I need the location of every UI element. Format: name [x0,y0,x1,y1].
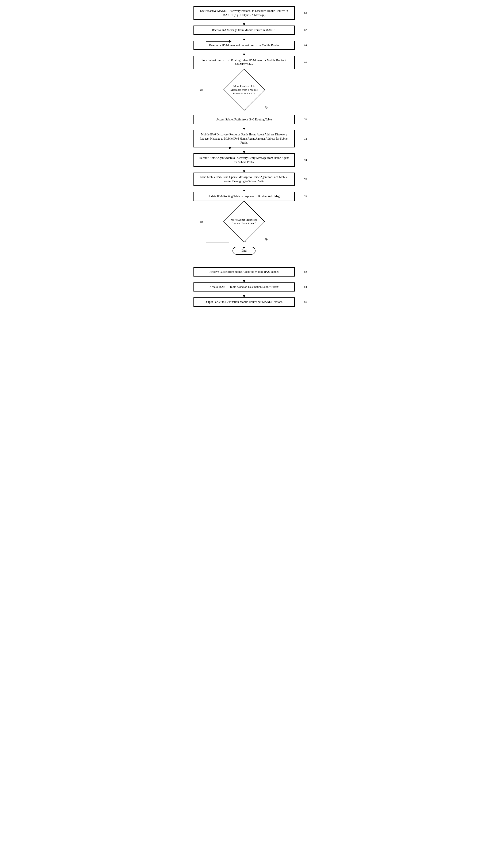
row-82: Receive Packet from Home Agent via Mobil… [181,267,307,277]
box-82: Receive Packet from Home Agent via Mobil… [193,267,295,277]
flowchart: Use Proactive MANET Discovery Protocol t… [181,6,307,307]
box-70: Access Subnet Prefix from IPv6 Routing T… [193,115,295,124]
row-66: Store Subnet Prefix IPv6 Routing Table, … [181,56,307,69]
row-78: Update IPv6 Routing Table in response to… [181,192,307,201]
diamond-80: More Subnet Prefixes to Locate Home Agen… [223,201,265,243]
yes-label-80: Yes [200,220,203,223]
arrow-64-66 [244,50,244,56]
arrow-82-84 [244,277,244,282]
row-84: Access MANET Table based on Destination … [181,282,307,292]
arrow-62-64 [244,35,244,41]
row-62: Receive RA Message from Mobile Router in… [181,26,307,35]
decision-80-row: Yes More Subnet Prefixes to Locate Home … [193,207,295,237]
diamond-68: More Received RA Messages from a Mobile … [223,69,265,111]
box-62: Receive RA Message from Mobile Router in… [193,26,295,35]
box-84: Access MANET Table based on Destination … [193,282,295,292]
box-78: Update IPv6 Routing Table in response to… [193,192,295,201]
decision-68-container: Yes More Received RA Messages from a Mob… [193,75,295,117]
arrow-70-72 [244,124,244,130]
box-66: Store Subnet Prefix IPv6 Routing Table, … [193,56,295,69]
row-60: Use Proactive MANET Discovery Protocol t… [181,6,307,20]
row-86: Output Packet to Destination Mobile Rout… [181,298,307,307]
arrow-80-end [244,243,244,249]
decision-80-container: Yes More Subnet Prefixes to Locate Home … [193,207,295,249]
decision-68-row: Yes More Received RA Messages from a Mob… [193,75,295,104]
arrow-84-86 [244,291,244,298]
box-76: Send Mobile IPv6 Bind Update Message to … [193,173,295,186]
box-74: Receive Home Agent Address Discovery Rep… [193,153,295,167]
row-74: Receive Home Agent Address Discovery Rep… [181,153,307,167]
row-76: Send Mobile IPv6 Bind Update Message to … [181,173,307,186]
row-64: Determine IP Address and Subnet Prefix f… [181,41,307,50]
box-72: Mobile IPv6 Discovery Resource Sends Hom… [193,130,295,148]
arrow-60-62 [244,20,244,26]
box-86: Output Packet to Destination Mobile Rout… [193,298,295,307]
row-72: Mobile IPv6 Discovery Resource Sends Hom… [181,130,307,148]
row-70: Access Subnet Prefix from IPv6 Routing T… [181,115,307,124]
diamond-80-text: More Subnet Prefixes to Locate Home Agen… [230,218,258,225]
arrow-76-78 [244,186,244,192]
arrow-74-76 [244,167,244,173]
arrow-72-74 [244,148,244,153]
diamond-68-text: More Received RA Messages from a Mobile … [230,84,258,95]
box-60: Use Proactive MANET Discovery Protocol t… [193,6,295,20]
box-64: Determine IP Address and Subnet Prefix f… [193,41,295,50]
yes-label-68: Yes [200,88,203,92]
